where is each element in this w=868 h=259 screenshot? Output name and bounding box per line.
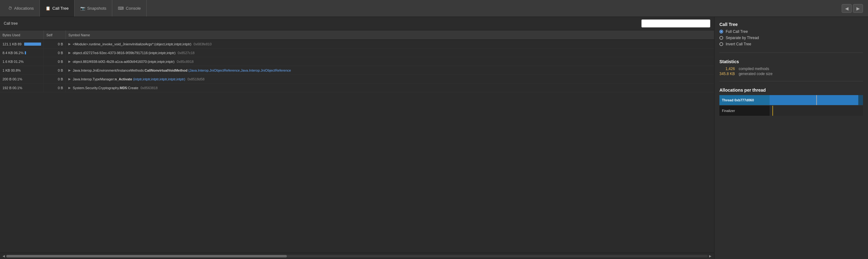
thread-bar-container: Thread 0xb777d060 Finalizer: [719, 95, 863, 116]
console-icon: ⌨: [118, 6, 124, 11]
code-size-label: generated code size: [739, 72, 863, 76]
symbol-cell-4: ▶ Java.Interop.TypeManager:n_Activate (i…: [66, 75, 714, 83]
compiled-methods-label: compiled methods: [739, 67, 863, 71]
self-cell-3: 0 B: [44, 66, 66, 74]
back-button[interactable]: ◀: [842, 4, 852, 13]
bytes-cell-0: 121.1 KB 89: [0, 40, 44, 48]
call-tree-icon: 📋: [45, 6, 51, 11]
nav-buttons: ◀ ▶: [842, 4, 863, 13]
col-bytes-used: Bytes Used: [0, 30, 44, 39]
symbol-cell-1: ▶ object.d32727ed-92ec-4373-9816-9f39b79…: [66, 48, 714, 57]
self-cell-5: 0 B: [44, 83, 66, 92]
tab-allocations[interactable]: ⏱ Allocations: [2, 0, 40, 16]
radio-label-full: Full Call Tree: [726, 29, 748, 34]
thread-row-0[interactable]: Thread 0xb777d060: [719, 95, 863, 105]
table-container[interactable]: Bytes Used Self Symbol Name 121.1 KB 89 …: [0, 30, 714, 253]
radio-invert-call-tree[interactable]: Invert Call Tree: [719, 42, 863, 46]
tab-snapshots-label: Snapshots: [87, 6, 106, 11]
radio-full-call-tree[interactable]: Full Call Tree: [719, 29, 863, 34]
table-row[interactable]: 192 B 00.1% 0 B ▶ System.Security.Crypto…: [0, 83, 714, 92]
section-title: Call tree: [4, 21, 18, 26]
self-cell-4: 0 B: [44, 75, 66, 83]
thread-bar-track-0: [770, 95, 863, 105]
table-row[interactable]: 121.1 KB 89 0 B ▶ <Module>.runtime_invok…: [0, 40, 714, 48]
tab-call-tree-label: Call Tree: [52, 6, 69, 11]
expand-arrow-5[interactable]: ▶: [68, 86, 71, 89]
self-cell-0: 0 B: [44, 40, 66, 48]
tab-snapshots[interactable]: 📷 Snapshots: [74, 0, 112, 16]
expand-arrow-3[interactable]: ▶: [68, 69, 71, 72]
expand-arrow-4[interactable]: ▶: [68, 77, 71, 81]
expand-arrow-1[interactable]: ▶: [68, 51, 71, 54]
horizontal-scrollbar[interactable]: ◀ ▶: [0, 253, 714, 259]
allocations-icon: ⏱: [8, 6, 12, 11]
code-size-value: 345.8 KB: [719, 72, 735, 76]
thread-row-1[interactable]: Finalizer: [719, 106, 863, 116]
call-tree-section-title: Call Tree: [719, 22, 863, 27]
allocations-per-thread-section: Allocations per thread Thread 0xb777d060: [719, 87, 863, 116]
radio-label-separate: Separate by Thread: [726, 36, 759, 40]
symbol-cell-5: ▶ System.Security.Cryptography.MD5:Creat…: [66, 83, 714, 92]
table-row[interactable]: 200 B 00.1% 0 B ▶ Java.Interop.TypeManag…: [0, 75, 714, 83]
forward-button[interactable]: ▶: [853, 4, 863, 13]
radio-group-call-tree: Full Call Tree Separate by Thread Invert…: [719, 29, 863, 46]
col-self: Self: [44, 30, 66, 39]
thread-bar-marker-0: [816, 95, 817, 105]
self-cell-2: 0 B: [44, 57, 66, 66]
snapshots-icon: 📷: [80, 6, 85, 11]
allocations-per-thread-title: Allocations per thread: [719, 87, 863, 92]
bytes-cell-3: 1 KB 00.8%: [0, 66, 44, 74]
left-panel: Call tree Bytes Used Self Symbol Name: [0, 17, 714, 259]
scroll-track[interactable]: [6, 255, 708, 257]
thread-label-1: Finalizer: [719, 106, 770, 116]
bytes-cell-2: 1.6 KB 01.2%: [0, 57, 44, 66]
bytes-cell-4: 200 B 00.1%: [0, 75, 44, 83]
scroll-right-arrow[interactable]: ▶: [708, 254, 713, 258]
right-panel: Call Tree Full Call Tree Separate by Thr…: [714, 17, 868, 259]
divider-1: [719, 52, 863, 53]
symbol-cell-2: ▶ object.881f4938-b0f2-4b28-a1ca-ad60b94…: [66, 57, 714, 66]
thread-bar-fill-0: [770, 95, 858, 105]
tab-bar: ⏱ Allocations 📋 Call Tree 📷 Snapshots ⌨ …: [0, 0, 868, 17]
call-tree-section: Call Tree Full Call Tree Separate by Thr…: [719, 22, 863, 47]
radio-separate-by-thread[interactable]: Separate by Thread: [719, 36, 863, 40]
tab-call-tree[interactable]: 📋 Call Tree: [40, 0, 74, 16]
radio-circle-full: [719, 30, 723, 34]
bytes-bar-0: [24, 42, 41, 46]
expand-arrow-0[interactable]: ▶: [68, 42, 71, 46]
thread-bar-marker-1: [772, 106, 773, 116]
compiled-methods-value: 1,426: [719, 67, 735, 71]
expand-arrow-2[interactable]: ▶: [68, 60, 71, 63]
scroll-thumb[interactable]: [6, 255, 287, 257]
search-input[interactable]: [641, 20, 710, 28]
main-layout: Call tree Bytes Used Self Symbol Name: [0, 17, 868, 259]
radio-circle-invert: [719, 42, 723, 46]
table-row[interactable]: 1.6 KB 01.2% 0 B ▶ object.881f4938-b0f2-…: [0, 57, 714, 66]
table-row[interactable]: 8.4 KB 06.2% 0 B ▶ object.d32727ed-92ec-…: [0, 48, 714, 57]
search-bar: Call tree: [0, 17, 714, 30]
statistics-section: Statistics 1,426 compiled methods 345.8 …: [719, 59, 863, 76]
statistics-title: Statistics: [719, 59, 863, 64]
column-headers: Bytes Used Self Symbol Name: [0, 30, 714, 40]
symbol-cell-0: ▶ <Module>.runtime_invoke_void_JnienvIni…: [66, 40, 714, 48]
col-symbol-name: Symbol Name: [66, 30, 714, 39]
symbol-cell-3: ▶ Java.Interop.JniEnvironment/InstanceMe…: [66, 66, 714, 74]
stats-grid: 1,426 compiled methods 345.8 KB generate…: [719, 67, 863, 76]
self-cell-1: 0 B: [44, 48, 66, 57]
tab-console[interactable]: ⌨ Console: [112, 0, 147, 16]
thread-label-0: Thread 0xb777d060: [719, 95, 770, 105]
bytes-cell-5: 192 B 00.1%: [0, 83, 44, 92]
bytes-cell-1: 8.4 KB 06.2%: [0, 48, 44, 57]
scroll-left-arrow[interactable]: ◀: [1, 254, 6, 258]
tab-allocations-label: Allocations: [14, 6, 34, 11]
radio-circle-separate: [719, 36, 723, 40]
divider-2: [719, 81, 863, 81]
bytes-bar-1: [25, 51, 26, 54]
table-row[interactable]: 1 KB 00.8% 0 B ▶ Java.Interop.JniEnviron…: [0, 66, 714, 75]
thread-bar-track-1: [770, 106, 863, 116]
tab-console-label: Console: [126, 6, 141, 11]
radio-label-invert: Invert Call Tree: [726, 42, 751, 46]
